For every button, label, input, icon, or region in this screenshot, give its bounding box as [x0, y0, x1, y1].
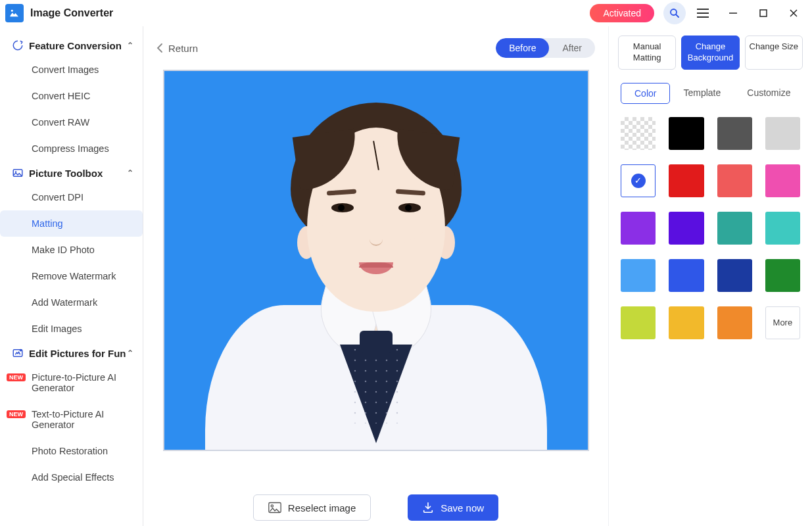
minimize-icon[interactable]	[720, 0, 746, 26]
chevron-up-icon: ⌃	[127, 41, 133, 50]
section-title: Feature Conversion	[29, 40, 122, 51]
editor-area: Return Before After	[143, 26, 608, 526]
section-header[interactable]: Picture Toolbox⌃	[0, 162, 143, 184]
color-swatch[interactable]	[669, 259, 704, 292]
color-swatch[interactable]	[669, 164, 704, 197]
sidebar-item[interactable]: Make ID Photo	[0, 237, 143, 263]
color-swatch[interactable]	[621, 117, 656, 150]
search-icon[interactable]	[663, 2, 686, 24]
color-swatch[interactable]	[621, 259, 656, 292]
close-icon[interactable]	[780, 0, 807, 26]
svg-point-12	[271, 505, 273, 507]
panel-action-button[interactable]: Change Size	[745, 36, 803, 70]
sidebar-item-label: Add Watermark	[32, 297, 97, 308]
color-swatch[interactable]	[621, 306, 656, 339]
more-colors-button[interactable]: More	[765, 306, 800, 339]
before-after-toggle: Before After	[496, 38, 595, 58]
panel-tab[interactable]: Color	[621, 83, 670, 104]
sidebar-item-label: Add Special Effects	[32, 472, 114, 483]
color-swatch[interactable]	[669, 117, 704, 150]
sidebar-item[interactable]: Convert Images	[0, 57, 143, 83]
sidebar-item-label: Edit Images	[32, 323, 82, 334]
panel-action-button[interactable]: Change Background	[681, 36, 739, 70]
color-swatch[interactable]	[717, 164, 752, 197]
color-swatch[interactable]	[765, 164, 800, 197]
svg-line-2	[676, 14, 679, 17]
image-canvas[interactable]	[163, 70, 589, 451]
app-logo	[5, 4, 24, 22]
sidebar-item-label: Make ID Photo	[32, 245, 95, 255]
chevron-left-icon	[156, 43, 163, 53]
panel-action-button[interactable]: Manual Matting	[618, 36, 676, 70]
panel-tab[interactable]: Template	[670, 83, 734, 104]
color-swatch[interactable]: ✓	[621, 164, 656, 197]
color-swatch[interactable]	[669, 306, 704, 339]
sidebar-item[interactable]: Add Special Effects	[0, 464, 143, 490]
portrait-image	[205, 82, 547, 450]
maximize-icon[interactable]	[750, 0, 776, 26]
color-swatch[interactable]	[621, 212, 656, 245]
svg-rect-4	[760, 10, 767, 16]
sidebar-item[interactable]: Convert DPI	[0, 184, 143, 210]
panel-tab[interactable]: Customize	[734, 83, 803, 104]
new-badge: NEW	[7, 373, 26, 381]
sidebar-item[interactable]: Edit Images	[0, 316, 143, 342]
right-panel: Manual MattingChange BackgroundChange Si…	[608, 26, 812, 526]
return-button[interactable]: Return	[156, 43, 198, 54]
app-title: Image Converter	[30, 7, 113, 19]
sidebar-item-label: Text-to-Picture AI Generator	[32, 409, 104, 430]
check-icon: ✓	[631, 174, 646, 188]
section-icon	[12, 347, 24, 359]
svg-point-0	[11, 10, 13, 12]
sidebar-item[interactable]: Remove Watermark	[0, 263, 143, 289]
color-swatch[interactable]	[717, 117, 752, 150]
svg-point-10	[20, 349, 22, 352]
sidebar-item[interactable]: Matting	[0, 210, 143, 237]
sidebar-item[interactable]: Compress Images	[0, 135, 143, 162]
section-icon	[12, 167, 24, 179]
sidebar-item-label: Convert HEIC	[32, 91, 90, 101]
color-swatch[interactable]	[765, 212, 800, 245]
toggle-after[interactable]: After	[549, 38, 595, 58]
sidebar-item[interactable]: NEWText-to-Picture AI Generator	[0, 401, 143, 438]
download-icon	[422, 502, 434, 514]
new-badge: NEW	[7, 410, 26, 418]
sidebar-item[interactable]: NEWPicture-to-Picture AI Generator	[0, 364, 143, 401]
section-icon	[12, 39, 24, 51]
sidebar-item-label: Convert RAW	[32, 117, 89, 128]
color-swatch[interactable]	[717, 306, 752, 339]
titlebar: Image Converter Activated	[0, 0, 812, 26]
reselect-image-button[interactable]: Reselect image	[253, 494, 371, 521]
sidebar-item-label: Convert Images	[32, 64, 99, 75]
color-swatch[interactable]	[765, 259, 800, 292]
sidebar-item-label: Convert DPI	[32, 192, 84, 203]
sidebar-item[interactable]: Convert HEIC	[0, 83, 143, 109]
sidebar-item[interactable]: Photo Restoration	[0, 438, 143, 464]
sidebar-item-label: Remove Watermark	[32, 271, 116, 281]
section-header[interactable]: Feature Conversion⌃	[0, 34, 143, 57]
sidebar-item[interactable]: Add Watermark	[0, 289, 143, 316]
toggle-before[interactable]: Before	[496, 38, 549, 58]
activated-badge: Activated	[590, 4, 654, 22]
menu-icon[interactable]	[690, 0, 716, 26]
save-now-button[interactable]: Save now	[408, 494, 498, 521]
image-icon	[268, 502, 281, 514]
sidebar-item-label: Photo Restoration	[32, 446, 108, 456]
sidebar-item-label: Picture-to-Picture AI Generator	[32, 372, 116, 393]
sidebar: Feature Conversion⌃Convert ImagesConvert…	[0, 26, 143, 526]
color-swatch[interactable]	[717, 212, 752, 245]
chevron-up-icon: ⌃	[127, 168, 133, 178]
color-swatch[interactable]	[717, 259, 752, 292]
section-title: Edit Pictures for Fun	[29, 348, 126, 359]
color-swatch[interactable]	[765, 117, 800, 150]
sidebar-item[interactable]: Convert RAW	[0, 109, 143, 135]
return-label: Return	[168, 43, 198, 54]
section-header[interactable]: Edit Pictures for Fun⌃	[0, 342, 143, 364]
section-title: Picture Toolbox	[29, 168, 103, 179]
chevron-up-icon: ⌃	[127, 348, 133, 358]
color-swatch[interactable]	[669, 212, 704, 245]
sidebar-item-label: Compress Images	[32, 143, 109, 154]
sidebar-item-label: Matting	[32, 218, 63, 229]
